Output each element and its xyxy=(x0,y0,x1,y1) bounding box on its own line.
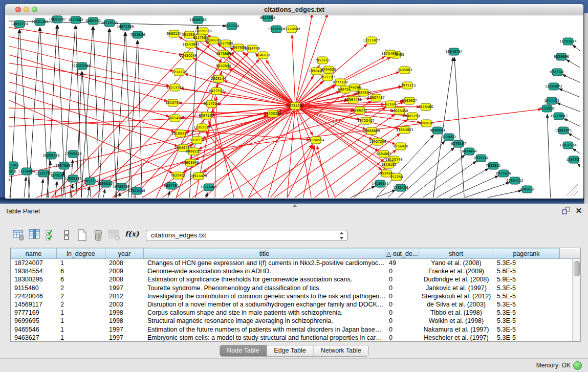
cell-pagerank[interactable]: 5.3E-5 xyxy=(493,309,560,317)
cell-title[interactable]: Corpus callosum shape and size in male p… xyxy=(144,309,385,317)
table-row[interactable]: 969969511998Structural magnetic resonanc… xyxy=(11,317,573,325)
column-header-year[interactable]: year xyxy=(105,248,144,259)
cell-name[interactable]: 9465546 xyxy=(11,325,57,334)
cell-year[interactable]: 1997 xyxy=(105,284,144,292)
graph-node[interactable]: 10654112 xyxy=(506,177,524,184)
graph-node[interactable]: 7632621 xyxy=(486,162,500,169)
cell-out_de[interactable]: 0 xyxy=(385,325,419,334)
cell-year[interactable]: 2008 xyxy=(105,259,144,267)
graph-node[interactable]: 1244413 xyxy=(544,97,559,104)
row-height-icon[interactable] xyxy=(61,229,73,242)
column-header-name[interactable]: name xyxy=(11,248,57,259)
graph-node-selected[interactable]: 10688609 xyxy=(363,127,380,135)
graph-node[interactable]: 15218506 xyxy=(268,26,285,33)
cell-year[interactable]: 2009 xyxy=(105,267,144,275)
graph-node-selected[interactable]: 8267130 xyxy=(199,112,213,119)
cell-name[interactable]: 14569117 xyxy=(11,300,57,309)
table-row[interactable]: 1938455462009Genome-wide association stu… xyxy=(11,267,573,275)
canvas-resize-grip[interactable] xyxy=(566,184,578,196)
cell-year[interactable]: 2008 xyxy=(105,275,144,283)
new-table-icon[interactable] xyxy=(76,229,89,242)
cell-short[interactable]: Wolkin et al. (1998) xyxy=(419,317,493,325)
graph-node-selected[interactable]: 8454749 xyxy=(245,45,259,52)
graph-node[interactable]: 16782759 xyxy=(113,183,130,190)
graph-node[interactable]: 15716485 xyxy=(200,184,217,191)
delete-table-icon[interactable] xyxy=(93,229,105,242)
cell-title[interactable]: Changes of HCN gene expression and I(f) … xyxy=(144,259,385,267)
graph-node[interactable]: 8115958 xyxy=(539,105,554,112)
graph-node-selected[interactable]: 1965493 xyxy=(167,115,182,122)
graph-node[interactable]: 7857224 xyxy=(224,23,239,30)
cell-year[interactable]: 2003 xyxy=(105,300,144,309)
tab-edge-table[interactable]: Edge Table xyxy=(267,345,313,356)
column-header-in_degree[interactable]: in_degree xyxy=(57,248,105,259)
cell-pagerank[interactable]: 5.9E-5 xyxy=(493,275,560,283)
cell-name[interactable]: 9777169 xyxy=(11,309,57,317)
cell-pagerank[interactable]: 5.3E-5 xyxy=(493,334,560,341)
cell-title[interactable]: Tourette syndrome. Phenomenology and cla… xyxy=(144,284,385,292)
cell-pagerank[interactable]: 5.5E-5 xyxy=(493,292,560,300)
graph-node[interactable]: 16671385 xyxy=(117,23,134,30)
graph-node-selected[interactable]: 10025458 xyxy=(391,107,408,115)
table-row[interactable]: 1830029562008Estimation of significance … xyxy=(11,275,573,283)
cell-title[interactable]: Genome-wide association studies in ADHD. xyxy=(144,267,385,275)
cell-title[interactable]: Embryonic stem cells: a model to study s… xyxy=(144,334,385,341)
graph-node[interactable]: 6466160 xyxy=(85,17,100,25)
graph-node[interactable]: 15751874 xyxy=(559,38,577,45)
scrollbar-thumb[interactable] xyxy=(574,261,580,276)
graph-node-selected[interactable]: 2718120 xyxy=(171,69,186,76)
graph-node-selected[interactable]: 7485063 xyxy=(397,67,412,74)
cell-in_degree[interactable]: 2 xyxy=(57,284,105,292)
cell-in_degree[interactable]: 1 xyxy=(57,259,105,267)
graph-node-selected[interactable]: 1810754 xyxy=(165,99,180,106)
cell-short[interactable]: Franke et al. (2009) xyxy=(419,267,493,275)
cell-short[interactable]: Tibbo et al. (1998) xyxy=(419,309,493,317)
cell-name[interactable]: 19384554 xyxy=(11,267,57,275)
cell-name[interactable]: 9115460 xyxy=(11,284,57,292)
cell-in_degree[interactable]: 1 xyxy=(57,309,105,317)
graph-node[interactable]: 16648784 xyxy=(445,48,463,55)
cell-short[interactable]: Nakamura et al. (1997) xyxy=(419,325,493,334)
cell-name[interactable]: 18300295 xyxy=(11,275,57,283)
graph-node-selected[interactable]: 9115460 xyxy=(418,103,433,111)
table-vertical-scrollbar[interactable] xyxy=(572,259,580,341)
table-options-icon[interactable] xyxy=(13,229,25,242)
function-builder-icon[interactable]: f(x) xyxy=(125,230,137,242)
graph-node-selected[interactable]: 3875685 xyxy=(216,50,231,57)
cell-title[interactable]: Estimation of the future numbers of pati… xyxy=(144,325,385,334)
network-view-window[interactable]: citations_edges.txt 14055724208914061065… xyxy=(5,4,583,199)
cell-in_degree[interactable]: 1 xyxy=(57,325,105,334)
cell-title[interactable]: Estimation of significance thresholds fo… xyxy=(144,275,385,283)
cell-short[interactable]: Jankovic et al. (1997) xyxy=(419,284,493,292)
graph-node-selected[interactable]: 9756928 xyxy=(393,143,408,150)
table-selector[interactable]: citations_edges.txt xyxy=(146,230,347,241)
cell-in_degree[interactable]: 1 xyxy=(57,317,105,325)
graph-node-selected[interactable]: 9463627 xyxy=(402,97,417,104)
cell-pagerank[interactable]: 5.6E-5 xyxy=(493,267,560,275)
cell-in_degree[interactable]: 1 xyxy=(57,334,105,341)
graph-node[interactable]: 20891406 xyxy=(31,18,49,26)
table-row[interactable]: 977716911998Corpus callosum shape and si… xyxy=(11,309,573,317)
table-row[interactable]: 911546021997Tourette syndrome. Phenomeno… xyxy=(11,284,573,292)
graph-node[interactable]: 1167533 xyxy=(566,156,580,163)
graph-node[interactable]: 12923448 xyxy=(128,187,145,194)
cell-title[interactable]: Structural magnetic resonance image aver… xyxy=(144,317,385,325)
graph-node-selected[interactable]: 9699695 xyxy=(419,120,433,127)
table-row[interactable]: 1456911722003Disruption of a novel membe… xyxy=(11,300,573,309)
cell-short[interactable]: Stergiakouli et al. (2012) xyxy=(419,292,493,300)
cell-name[interactable]: 22420046 xyxy=(11,292,57,300)
cell-title[interactable]: Investigating the contribution of common… xyxy=(144,292,385,300)
column-header-out_de[interactable]: △ out_de... xyxy=(385,248,419,259)
graph-node[interactable]: 20053346 xyxy=(73,62,91,70)
cell-in_degree[interactable]: 6 xyxy=(57,275,105,283)
graph-node[interactable]: 10975887 xyxy=(55,162,73,169)
graph-node[interactable]: 16210643 xyxy=(550,113,568,120)
table-row[interactable]: 946362711997Embryonic stem cells: a mode… xyxy=(11,334,573,341)
graph-node-selected[interactable]: 8878334 xyxy=(189,137,204,144)
graph-node[interactable]: 11156889 xyxy=(18,168,35,175)
graph-node-selected[interactable]: 15720407 xyxy=(357,117,375,124)
cell-in_degree[interactable]: 2 xyxy=(57,292,105,300)
graph-node[interactable]: 9245652 xyxy=(519,186,534,193)
cell-year[interactable]: 1997 xyxy=(105,325,144,334)
cell-name[interactable]: 9463627 xyxy=(11,334,57,341)
